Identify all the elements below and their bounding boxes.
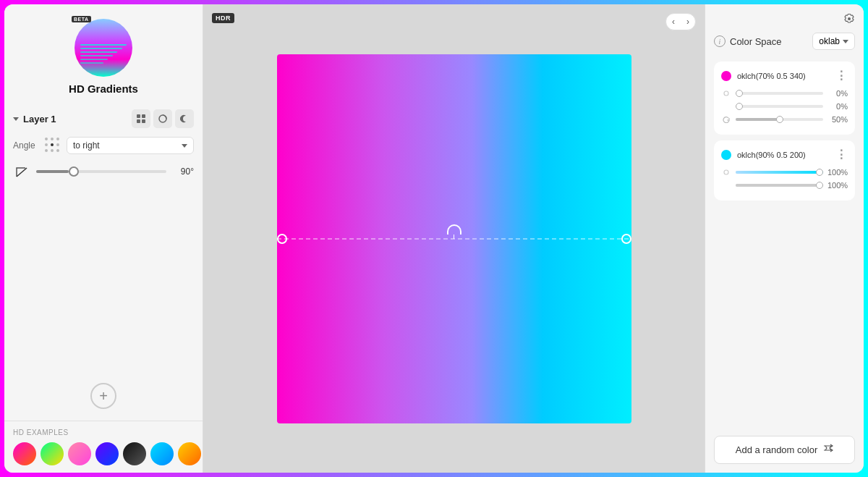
layer-header: Layer 1 (13, 109, 194, 128)
color-space-chevron-icon (843, 40, 848, 43)
color-stop-2-header: oklch(90% 0.5 200) ⋮ (721, 148, 848, 161)
color-stop-1-label: oklch(70% 0.5 340) (737, 72, 830, 80)
svg-rect-0 (137, 114, 140, 118)
slider-icon-empty (721, 101, 731, 111)
example-swatch-7[interactable]: … (178, 442, 201, 465)
hdr-badge: HDR (212, 13, 234, 23)
layer-icon-moon[interactable] (175, 109, 194, 128)
color-space-select[interactable]: oklab (812, 33, 855, 50)
settings-button[interactable] (843, 13, 855, 27)
dot-5-active (51, 143, 54, 146)
color-stop-2-label: oklch(90% 0.5 200) (737, 151, 830, 159)
slider-value-1b: 0% (827, 102, 848, 111)
example-swatch-3[interactable] (68, 442, 91, 465)
dot-1 (45, 138, 48, 140)
angle-slider-row: 90° (13, 163, 194, 180)
logo-lines (80, 44, 127, 64)
slider-track-1c[interactable] (736, 118, 823, 121)
angle-label: Angle (13, 140, 39, 151)
svg-point-7 (724, 170, 728, 174)
dot-4 (45, 143, 48, 146)
dot-6 (56, 143, 59, 146)
svg-rect-3 (142, 119, 145, 123)
canvas-area: HDR ‹ › (203, 4, 705, 473)
slider-value-2a: 100% (827, 168, 848, 177)
add-random-button[interactable]: Add a random color (714, 436, 855, 464)
layer-title-row: Layer 1 (13, 114, 56, 124)
slider-track-2b[interactable] (736, 184, 823, 187)
logo-wrapper: BETA (75, 19, 132, 77)
slider-icon-link (721, 88, 731, 98)
svg-rect-1 (142, 114, 145, 118)
color-stop-1-dot[interactable] (721, 71, 731, 81)
color-stop-2-menu[interactable]: ⋮ (835, 148, 848, 161)
color-stop-1-slider-1: 0% (721, 88, 848, 98)
color-space-label: Color Space (730, 36, 808, 47)
slider-track-1a[interactable] (736, 92, 823, 95)
slider-icon-rotate (721, 114, 731, 124)
beta-badge: BETA (72, 16, 91, 22)
logo-circle (75, 19, 132, 77)
svg-point-6 (724, 91, 728, 96)
layer-title: Layer 1 (23, 114, 56, 124)
info-icon[interactable]: i (714, 35, 726, 47)
nav-arrows: ‹ › (665, 13, 696, 30)
examples-row: … (13, 442, 194, 465)
slider2-icon-link (721, 167, 731, 177)
example-swatch-5[interactable] (123, 442, 146, 465)
angle-row: Angle to right (13, 137, 194, 154)
add-random-label: Add a random color (736, 444, 817, 455)
dot-7 (45, 149, 48, 152)
color-space-row: i Color Space oklab (714, 33, 855, 50)
dots-grid (45, 138, 61, 153)
app-title: HD Gradients (69, 83, 138, 95)
direction-chevron-icon (182, 144, 187, 148)
dot-9 (56, 149, 59, 152)
add-btn-row: + (4, 371, 203, 421)
angle-icon (13, 163, 30, 180)
add-layer-button[interactable]: + (90, 383, 116, 409)
slider-value-1c: 50% (827, 115, 848, 124)
gradient-canvas-wrapper (277, 54, 631, 423)
slider-track-1b[interactable] (736, 105, 823, 108)
example-swatch-6[interactable] (150, 442, 174, 465)
dot-3 (56, 138, 59, 140)
slider2-icon-empty (721, 180, 731, 190)
color-stop-1-slider-2: 0% (721, 101, 848, 111)
angle-value: 90° (172, 166, 194, 177)
nav-left-button[interactable]: ‹ (666, 14, 681, 30)
color-stop-2-slider-1: 100% (721, 167, 848, 177)
color-space-value: oklab (819, 36, 840, 46)
color-stop-2-slider-2: 100% (721, 180, 848, 190)
sidebar-header: BETA HD Gradients (4, 4, 203, 104)
right-panel: i Color Space oklab oklch(70% 0.5 340) ⋮ (705, 4, 864, 473)
color-stop-1-header: oklch(70% 0.5 340) ⋮ (721, 69, 848, 83)
color-stop-1: oklch(70% 0.5 340) ⋮ 0% (714, 62, 855, 135)
angle-slider-track[interactable] (36, 170, 166, 173)
slider-track-2a[interactable] (736, 171, 823, 174)
slider-value-2b: 100% (827, 181, 848, 190)
sidebar: BETA HD Gradients Layer 1 (4, 4, 203, 473)
example-swatch-4[interactable] (95, 442, 119, 465)
color-stop-2: oklch(90% 0.5 200) ⋮ 100% (714, 140, 855, 200)
nav-right-button[interactable]: › (681, 14, 695, 30)
layer-icon-circle[interactable] (153, 109, 172, 128)
layer-section: Layer 1 (4, 104, 203, 371)
direction-value: to right (73, 140, 100, 151)
example-swatch-1[interactable] (13, 442, 36, 465)
layer-icon-grid[interactable] (132, 109, 150, 128)
dot-8 (51, 149, 54, 152)
dot-2 (51, 138, 54, 140)
shuffle-icon (823, 444, 833, 456)
hd-examples-label: HD EXAMPLES (13, 429, 194, 436)
layer-collapse-icon[interactable] (13, 117, 19, 121)
layer-icons (132, 109, 194, 128)
gradient-canvas[interactable] (277, 54, 631, 423)
example-swatch-2[interactable] (41, 442, 64, 465)
color-stop-2-dot[interactable] (721, 150, 731, 160)
slider-value-1a: 0% (827, 89, 848, 98)
hd-examples-section: HD EXAMPLES … (4, 421, 203, 473)
direction-select[interactable]: to right (67, 137, 194, 154)
color-stop-1-menu[interactable]: ⋮ (835, 69, 848, 83)
svg-rect-2 (137, 119, 140, 123)
